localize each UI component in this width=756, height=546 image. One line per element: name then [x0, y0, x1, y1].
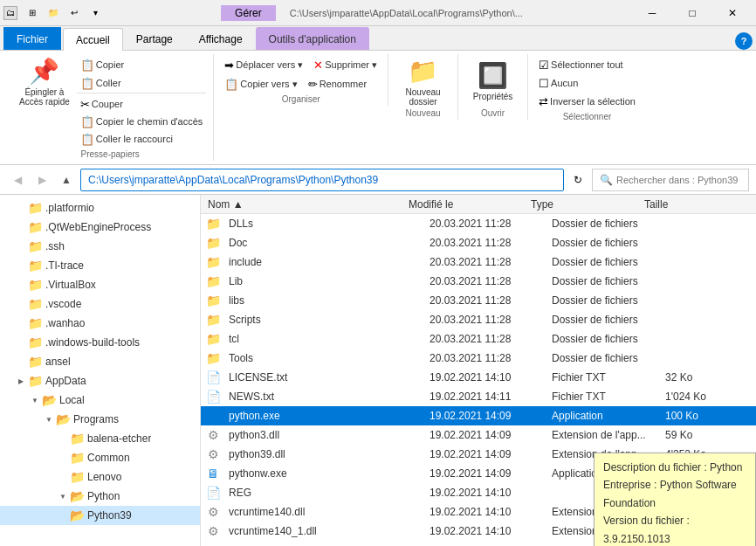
cell-type: Dossier de fichiers [548, 333, 662, 345]
copier-chemin-button[interactable]: 📋 Copier le chemin d'accès [77, 113, 207, 130]
epingler-label: Épingler àAccès rapide [19, 87, 70, 107]
new-folder-icon: 📁 [408, 57, 438, 86]
col-header-name[interactable]: Nom ▲ [204, 195, 405, 213]
coller-raccourci-label: Coller le raccourci [96, 134, 173, 144]
table-row[interactable]: ⚙ python3.dll 19.02.2021 14:09 Extension… [201, 425, 756, 445]
aucun-button[interactable]: ☐ Aucun [535, 74, 581, 92]
sidebar-item--tl-trace[interactable]: 📁 .Tl-trace [0, 256, 200, 275]
table-row[interactable]: 📁 Tools 20.03.2021 11:28 Dossier de fich… [201, 349, 756, 368]
table-row[interactable]: 📁 include 20.03.2021 11:28 Dossier de fi… [201, 252, 756, 272]
ribbon-tabs: Fichier Accueil Partage Affichage Outils… [0, 26, 756, 51]
file-tooltip: Description du fichier : PythonEntrepris… [594, 453, 756, 546]
epingler-button[interactable]: 📌 Épingler àAccès rapide [14, 56, 75, 107]
renommer-button[interactable]: ✏ Renommer [305, 75, 370, 93]
refresh-button[interactable]: ↻ [567, 169, 588, 190]
sidebar-item--wanhao[interactable]: 📁 .wanhao [0, 314, 200, 333]
cell-name: Scripts [225, 314, 426, 326]
sidebar-item-python39[interactable]: 📂 Python39 [0, 506, 200, 525]
selectionner-tout-label: Sélectionner tout [551, 59, 623, 70]
close-button[interactable]: ✕ [712, 0, 753, 26]
minimize-button[interactable]: ─ [632, 0, 672, 26]
table-row[interactable]: 📄 NEWS.txt 19.02.2021 14:11 Fichier TXT … [201, 387, 756, 406]
sidebar-item-programs[interactable]: ▼ 📂 Programs [0, 410, 200, 429]
cell-type: Extension de l'app... [548, 429, 662, 441]
cell-name: include [225, 256, 426, 268]
table-row[interactable]: 🖥 python.exe 19.02.2021 14:09 Applicatio… [201, 406, 756, 425]
cell-size: 32 Ko [662, 371, 732, 384]
sidebar-item-appdata[interactable]: ▶ 📁 AppData [0, 371, 200, 390]
qat-new-folder[interactable]: 📁 [44, 3, 63, 23]
arrow-icon [14, 259, 28, 273]
table-row[interactable]: 📁 Scripts 20.03.2021 11:28 Dossier de fi… [201, 310, 756, 329]
file-type-icon: 📄 [204, 388, 222, 405]
tooltip-line: Entreprise : Python Software Foundation [603, 476, 746, 512]
proprietes-button[interactable]: 🔲 Propriétés [468, 56, 519, 107]
sidebar-item-label: Programs [73, 413, 119, 425]
file-type-icon: ⚙ [204, 522, 222, 540]
tab-affichage[interactable]: Affichage [186, 27, 256, 50]
sidebar-item--vscode[interactable]: 📁 .vscode [0, 294, 200, 314]
sidebar-item-lenovo[interactable]: 📁 Lenovo [0, 467, 200, 487]
table-row[interactable]: 📁 tcl 20.03.2021 11:28 Dossier de fichie… [201, 329, 756, 349]
tab-partage[interactable]: Partage [123, 27, 186, 50]
file-type-icon: 🖥 [204, 407, 222, 425]
table-row[interactable]: 📁 Lib 20.03.2021 11:28 Dossier de fichie… [201, 272, 756, 291]
ribbon-group-presse-papiers: 📌 Épingler àAccès rapide 📋 Copier 📋 Coll… [7, 54, 214, 161]
cell-type: Dossier de fichiers [548, 237, 662, 249]
sidebar-item--virtualbox[interactable]: 📁 .VirtualBox [0, 275, 200, 294]
tab-outils-application[interactable]: Outils d'application [256, 27, 369, 50]
sidebar-item--ssh[interactable]: 📁 .ssh [0, 237, 200, 256]
col-header-type[interactable]: Type [527, 195, 641, 213]
sidebar-item-ansel[interactable]: 📁 ansel [0, 352, 200, 371]
sidebar-item-label: .QtWebEngineProcess [45, 221, 151, 233]
sidebar-item-local[interactable]: ▼ 📂 Local [0, 390, 200, 410]
inverser-button[interactable]: ⇄ Inverser la sélection [535, 93, 639, 110]
qat-undo[interactable]: ↩ [65, 3, 84, 23]
coller-raccourci-button[interactable]: 📋 Coller le raccourci [77, 130, 207, 148]
supprimer-button[interactable]: ✕ Supprimer ▾ [310, 56, 381, 73]
title-path: C:\Users\jmparatte\AppData\Local\Program… [290, 8, 523, 18]
up-button[interactable]: ▲ [56, 169, 77, 190]
sidebar-item--qtwebengineprocess[interactable]: 📁 .QtWebEngineProcess [0, 218, 200, 237]
cell-modified: 19.02.2021 14:09 [426, 467, 548, 480]
deplacer-button[interactable]: ➡ Déplacer vers ▾ [221, 56, 306, 73]
table-row[interactable]: 📁 libs 20.03.2021 11:28 Dossier de fichi… [201, 291, 756, 310]
help-button[interactable]: ? [735, 32, 753, 50]
table-row[interactable]: 📁 DLLs 20.03.2021 11:28 Dossier de fichi… [201, 214, 756, 233]
address-bar: ◀ ▶ ▲ ↻ 🔍 [0, 165, 756, 195]
sidebar-item-common[interactable]: 📁 Common [0, 448, 200, 467]
qat-properties[interactable]: ⊞ [23, 3, 42, 23]
sidebar-item--windows-build-tools[interactable]: 📁 .windows-build-tools [0, 333, 200, 352]
sidebar-item--platformio[interactable]: 📁 .platformio [0, 198, 200, 218]
tab-accueil[interactable]: Accueil [63, 28, 123, 51]
ouvrir-group-label: Ouvrir [481, 108, 505, 118]
address-input[interactable] [80, 169, 564, 191]
selectionner-tout-button[interactable]: ☑ Sélectionner tout [535, 56, 627, 73]
copier-vers-button[interactable]: 📋 Copier vers ▾ [221, 75, 300, 93]
table-row[interactable]: 📁 Doc 20.03.2021 11:28 Dossier de fichie… [201, 233, 756, 252]
col-header-modified[interactable]: Modifié le [405, 195, 527, 213]
back-button[interactable]: ◀ [7, 169, 28, 190]
sidebar-item-python[interactable]: ▼ 📂 Python [0, 487, 200, 506]
copier-button[interactable]: 📋 Copier [77, 56, 207, 73]
ribbon-group-selectionner: ☑ Sélectionner tout ☐ Aucun ⇄ Inverser l… [528, 54, 646, 123]
qat-dropdown[interactable]: ▾ [86, 3, 105, 23]
maximize-button[interactable]: □ [672, 0, 712, 26]
table-row[interactable]: 📄 LICENSE.txt 19.02.2021 14:10 Fichier T… [201, 368, 756, 387]
search-input[interactable] [616, 175, 741, 185]
coller-button[interactable]: 📋 Coller [77, 74, 207, 92]
sidebar-item-label: Lenovo [87, 471, 121, 483]
sidebar-item-label: .wanhao [45, 317, 85, 329]
selectionner-buttons: ☑ Sélectionner tout ☐ Aucun ⇄ Inverser l… [535, 56, 639, 110]
cell-name: REG [225, 487, 426, 499]
coller-label: Coller [96, 78, 121, 88]
tooltip-line: Description du fichier : Python [603, 459, 746, 476]
tab-fichier[interactable]: Fichier [3, 27, 61, 50]
file-area: Nom ▲ Modifié le Type Taille 📁 DLLs 20.0… [201, 195, 756, 546]
forward-button[interactable]: ▶ [31, 169, 52, 190]
sidebar-item-balena-etcher[interactable]: 📁 balena-etcher [0, 429, 200, 448]
quick-access-toolbar: ⊞ 📁 ↩ ▾ [23, 3, 105, 23]
couper-button[interactable]: ✂ Couper [77, 95, 207, 113]
nouveau-dossier-button[interactable]: 📁 Nouveaudossier [401, 56, 446, 107]
col-header-size[interactable]: Taille [641, 195, 711, 213]
